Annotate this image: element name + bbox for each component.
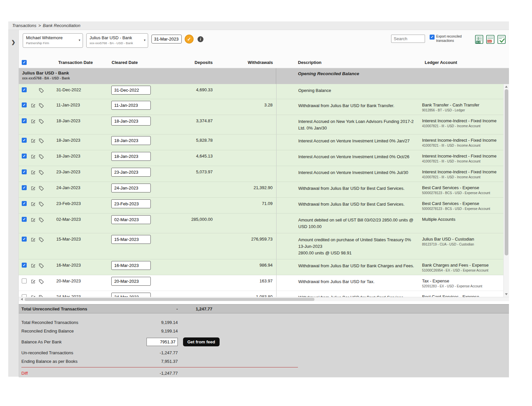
account-dropdown[interactable]: Julius Bar USD - Bank xxx-xxx5768 - BA -… bbox=[86, 33, 148, 48]
tag-icon[interactable] bbox=[39, 279, 44, 291]
cleared-date-input[interactable] bbox=[111, 168, 151, 177]
cleared-date-input[interactable] bbox=[111, 117, 151, 126]
withdrawal-amount: 71.09 bbox=[218, 198, 276, 213]
ledger-account: Best Card Services - Expense 50000278123… bbox=[420, 291, 503, 297]
diff-label: Diff bbox=[21, 371, 157, 376]
save-reconciliation-icon[interactable] bbox=[497, 35, 506, 45]
edit-icon[interactable] bbox=[31, 202, 36, 213]
row-checkbox[interactable] bbox=[22, 102, 27, 107]
row-checkbox[interactable] bbox=[22, 118, 27, 123]
breadcrumb-transactions[interactable]: Transactions bbox=[12, 23, 36, 28]
row-checkbox[interactable] bbox=[22, 185, 27, 190]
row-checkbox[interactable] bbox=[22, 278, 27, 283]
info-icon[interactable]: i bbox=[198, 36, 203, 42]
edit-icon[interactable] bbox=[31, 103, 36, 115]
row-checkbox[interactable] bbox=[22, 217, 27, 222]
tag-icon[interactable] bbox=[39, 202, 44, 213]
vertical-scrollbar[interactable] bbox=[503, 84, 509, 297]
edit-icon[interactable] bbox=[31, 279, 36, 291]
export-reconciled-checkbox[interactable] bbox=[430, 35, 435, 40]
ledger-account bbox=[420, 84, 503, 99]
unreconciled-withdrawals-total: 1,247.77 bbox=[178, 306, 212, 311]
ledger-account: Best Card Services - Expense 50000278123… bbox=[420, 198, 503, 213]
scroll-left-icon[interactable] bbox=[21, 298, 23, 301]
transaction-description: Amount credited on purchase of United St… bbox=[276, 233, 420, 259]
reconciliation-date-input[interactable] bbox=[151, 35, 182, 44]
deposit-amount bbox=[158, 275, 218, 291]
edit-icon[interactable] bbox=[31, 170, 36, 182]
scroll-down-icon[interactable] bbox=[505, 293, 508, 295]
group-account-subtitle: xxx-xxx5768 - BA - USD - Bank bbox=[22, 76, 276, 80]
cleared-date-input[interactable] bbox=[111, 152, 151, 161]
transaction-description: Amount debited on sell of UST Bill 03/02… bbox=[276, 214, 420, 233]
expand-panel-icon[interactable]: ❯ bbox=[11, 39, 16, 45]
row-checkbox[interactable] bbox=[22, 263, 27, 268]
withdrawal-amount bbox=[218, 214, 276, 233]
transaction-description: Withdrawal from Julius Bar USD for Tax. bbox=[276, 275, 420, 291]
transaction-date: 23-Feb-2023 bbox=[45, 198, 106, 213]
edit-icon[interactable] bbox=[31, 138, 36, 150]
balance-as-per-bank-input[interactable] bbox=[146, 338, 178, 346]
tag-icon[interactable] bbox=[39, 218, 44, 233]
col-withdrawals: Withdrawals bbox=[218, 60, 276, 65]
row-checkbox[interactable] bbox=[22, 154, 27, 159]
cleared-date-input[interactable] bbox=[111, 261, 151, 270]
tag-icon[interactable] bbox=[39, 103, 44, 115]
tag-icon[interactable] bbox=[39, 186, 44, 197]
search-input[interactable] bbox=[391, 35, 425, 43]
table-row: 16-Mar-2023 986.94 Withdrawal from Juliu… bbox=[19, 259, 503, 275]
tag-icon[interactable] bbox=[39, 170, 44, 182]
row-checkbox[interactable] bbox=[22, 87, 27, 92]
select-all-checkbox[interactable] bbox=[22, 60, 27, 65]
tag-icon[interactable] bbox=[39, 88, 44, 99]
tag-icon[interactable] bbox=[39, 154, 44, 166]
cleared-date-input[interactable] bbox=[111, 136, 151, 145]
row-checkbox[interactable] bbox=[22, 201, 27, 206]
export-reconciled-label: Export reconciled transactions bbox=[436, 35, 466, 43]
row-checkbox[interactable] bbox=[22, 237, 27, 242]
confirm-button[interactable]: ✓ bbox=[185, 35, 194, 44]
row-checkbox[interactable] bbox=[22, 138, 27, 143]
cleared-date-input[interactable] bbox=[111, 199, 151, 208]
cleared-date-input[interactable] bbox=[111, 86, 151, 95]
edit-icon[interactable] bbox=[31, 295, 36, 297]
vertical-scrollbar-thumb[interactable] bbox=[505, 89, 508, 255]
edit-icon[interactable] bbox=[31, 119, 36, 134]
table-row: 20-Mar-2023 163.97 Withdrawal from Juliu… bbox=[19, 275, 503, 291]
cleared-date-input[interactable] bbox=[111, 277, 151, 286]
ledger-account: Bank Transfer - Cash Transfer 9012856 - … bbox=[420, 99, 503, 115]
group-account-name: Julius Bar USD - Bank bbox=[22, 71, 276, 75]
breadcrumb: Transactions > Bank Reconciliation bbox=[8, 21, 509, 30]
export-xls-icon[interactable]: XLS bbox=[475, 35, 483, 45]
horizontal-scrollbar-thumb[interactable] bbox=[25, 298, 314, 301]
cleared-date-input[interactable] bbox=[111, 184, 151, 192]
cleared-date-input[interactable] bbox=[111, 215, 151, 224]
tag-icon[interactable] bbox=[39, 138, 44, 150]
edit-icon[interactable] bbox=[31, 218, 36, 233]
tag-icon[interactable] bbox=[39, 295, 44, 297]
export-pdf-icon[interactable]: PDF bbox=[486, 35, 494, 45]
account-group-row: Julius Bar USD - Bank xxx-xxx5768 - BA -… bbox=[19, 68, 509, 84]
transaction-description: Interest Accrued on New York Loan Adviso… bbox=[276, 115, 420, 134]
cleared-date-input[interactable] bbox=[111, 293, 151, 297]
table-row: 02-Mar-2023 285,000.00 Amount debited on… bbox=[19, 214, 503, 233]
horizontal-scrollbar[interactable] bbox=[19, 297, 509, 301]
scroll-up-icon[interactable] bbox=[505, 86, 508, 88]
edit-icon[interactable] bbox=[31, 154, 36, 166]
tag-icon[interactable] bbox=[39, 119, 44, 134]
edit-icon[interactable] bbox=[31, 237, 36, 259]
table-row: 23-Feb-2023 71.09 Withdrawal from Julius… bbox=[19, 198, 503, 214]
row-checkbox[interactable] bbox=[22, 169, 27, 174]
get-from-feed-button[interactable]: Get from feed bbox=[183, 337, 220, 346]
account-name: Julius Bar USD - Bank bbox=[90, 35, 141, 40]
edit-icon[interactable] bbox=[31, 263, 36, 275]
table-row: 18-Jan-2023 3,374.87 Interest Accrued on… bbox=[19, 115, 503, 134]
transaction-date: 24-Mar-2023 bbox=[45, 291, 106, 297]
edit-icon[interactable] bbox=[31, 186, 36, 197]
tag-icon[interactable] bbox=[39, 237, 44, 259]
cleared-date-input[interactable] bbox=[111, 235, 151, 244]
cleared-date-input[interactable] bbox=[111, 101, 151, 110]
row-checkbox[interactable] bbox=[22, 294, 27, 297]
tag-icon[interactable] bbox=[39, 263, 44, 275]
entity-dropdown[interactable]: Michael Whitemore Partnership Firm ▾ bbox=[23, 33, 83, 48]
